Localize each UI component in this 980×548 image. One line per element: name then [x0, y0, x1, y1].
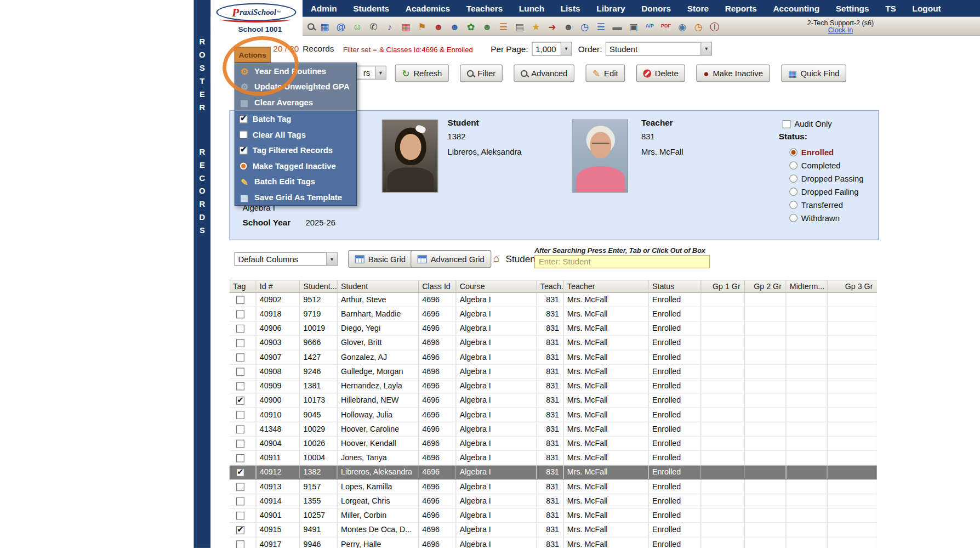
table-row[interactable]: 41348 10029 Hoover, Caroline 4696 Algebr… — [229, 422, 876, 436]
column-header-student[interactable]: Student... — [299, 280, 337, 292]
tag-checkbox[interactable] — [236, 368, 244, 376]
column-header-id[interactable]: Id # — [255, 280, 299, 292]
actions-button[interactable]: Actions — [235, 47, 271, 63]
nav-item-academics[interactable]: Academics — [397, 4, 458, 13]
table-row[interactable]: 40900 10173 Hillebrand, NEW 4696 Algebra… — [229, 393, 876, 408]
clock-orange-icon[interactable]: ◷ — [692, 20, 704, 32]
table-row[interactable]: 40915 9491 Montes De Oca, D... 4696 Alge… — [229, 523, 876, 537]
status-option-completed[interactable]: Completed — [789, 159, 863, 172]
plant-icon[interactable]: ✿ — [465, 20, 477, 32]
tag-checkbox[interactable] — [236, 454, 244, 462]
tag-checkbox[interactable] — [236, 310, 244, 319]
tag-checkbox[interactable] — [236, 325, 244, 333]
nav-item-reports[interactable]: Reports — [717, 4, 765, 13]
column-header-gp-2-gr[interactable]: Gp 2 Gr — [744, 280, 785, 292]
basic-grid-button[interactable]: Basic Grid — [348, 250, 412, 268]
column-header-gp-1-gr[interactable]: Gp 1 Gr — [700, 280, 744, 292]
column-header-status[interactable]: Status — [648, 280, 700, 292]
filter-button[interactable]: Filter — [460, 64, 502, 82]
status-option-enrolled[interactable]: Enrolled — [789, 146, 863, 159]
make-inactive-button[interactable]: ●Make Inactive — [697, 64, 770, 82]
table-row[interactable]: 40907 1427 Gonzalez, AJ 4696 Algebra I 8… — [229, 350, 876, 364]
advanced-grid-button[interactable]: Advanced Grid — [411, 250, 491, 268]
table-row[interactable]: 40904 10026 Hoover, Kendall 4696 Algebra… — [229, 436, 876, 450]
tag-checkbox[interactable] — [236, 440, 244, 448]
tag-checkbox[interactable] — [236, 426, 244, 434]
menu-item-batch-edit-tags[interactable]: ✎ Batch Edit Tags — [235, 174, 356, 190]
nav-item-teachers[interactable]: Teachers — [458, 4, 511, 13]
tag-checkbox[interactable] — [236, 498, 244, 506]
clock-in-link[interactable]: Clock In — [828, 26, 853, 34]
nav-item-accounting[interactable]: Accounting — [765, 4, 828, 13]
email-icon[interactable]: @ — [335, 20, 347, 32]
columns-select[interactable]: Default Columns▾ — [235, 252, 338, 266]
nav-item-students[interactable]: Students — [345, 4, 397, 13]
menu-item-batch-tag[interactable]: Batch Tag — [235, 111, 356, 127]
nav-item-lunch[interactable]: Lunch — [511, 4, 552, 13]
table-row[interactable]: 40906 10019 Diego, Yegi 4696 Algebra I 8… — [229, 321, 876, 336]
menu-item-save-grid-as-template[interactable]: ▦ Save Grid As Template — [235, 190, 356, 206]
mobile-phone-icon[interactable]: ✆ — [367, 20, 379, 32]
table-row[interactable]: 40911 10004 Jones, Tanya 4696 Algebra I … — [229, 451, 876, 465]
tag-checkbox[interactable] — [236, 296, 244, 304]
menu-item-clear-averages[interactable]: ▦ Clear Averages — [235, 94, 356, 110]
status-option-transferred[interactable]: Transferred — [789, 198, 863, 211]
tag-checkbox[interactable] — [236, 339, 244, 347]
globe-icon[interactable]: ◉ — [676, 20, 688, 32]
status-option-dropped-passing[interactable]: Dropped Passing — [789, 172, 863, 185]
table-row[interactable]: 40914 1355 Lorgeat, Chris 4696 Algebra I… — [229, 494, 876, 508]
radio-icon[interactable] — [789, 174, 797, 183]
tag-checkbox[interactable] — [236, 526, 244, 534]
menu-item-update-unweighted-gpa[interactable]: ⚙ Update Unweighted GPA — [235, 79, 356, 95]
edit-button[interactable]: ✎Edit — [585, 64, 625, 82]
table-row[interactable]: 40901 10257 Miller, Corbin 4696 Algebra … — [229, 508, 876, 522]
nav-item-lists[interactable]: Lists — [552, 4, 589, 13]
tag-checkbox[interactable] — [236, 353, 244, 361]
radio-icon[interactable] — [789, 214, 797, 222]
announcement-icon[interactable]: ⚑ — [416, 20, 428, 32]
status-option-dropped-failing[interactable]: Dropped Failing — [789, 185, 863, 199]
column-header-teach[interactable]: Teach... — [536, 280, 563, 292]
radio-icon[interactable] — [789, 201, 797, 209]
printer-icon[interactable]: ▣ — [628, 20, 640, 32]
award-icon[interactable]: ★ — [530, 20, 542, 32]
per-page-select[interactable]: 1,000▾ — [532, 42, 572, 55]
exit-icon[interactable]: ➜ — [546, 20, 559, 32]
nav-item-ts[interactable]: TS — [877, 4, 904, 13]
nav-item-donors[interactable]: Donors — [633, 4, 679, 13]
tag-checkbox[interactable] — [236, 468, 244, 477]
audit-only-checkbox[interactable] — [783, 120, 791, 128]
info-icon[interactable]: ⓘ — [709, 20, 721, 32]
accounts-payable-icon[interactable]: A/P — [644, 20, 656, 32]
table-row[interactable]: 40910 9045 Holloway, Julia 4696 Algebra … — [229, 408, 876, 422]
table-row[interactable]: 40918 9719 Barnhart, Maddie 4696 Algebra… — [229, 307, 876, 321]
advanced-button[interactable]: Advanced — [514, 64, 574, 82]
column-header-midterm[interactable]: Midterm... — [785, 280, 827, 292]
audio-icon[interactable]: ♪ — [384, 20, 396, 32]
column-header-tag[interactable]: Tag — [229, 280, 255, 292]
tag-checkbox[interactable] — [236, 411, 244, 419]
radio-icon[interactable] — [789, 148, 797, 156]
quick-find-button[interactable]: ▦Quick Find — [781, 64, 846, 82]
menu-item-year-end-routines[interactable]: ⚙ Year End Routines — [235, 63, 356, 79]
notepad-icon[interactable]: ▤ — [514, 20, 526, 32]
card-icon[interactable]: ▬ — [611, 20, 623, 32]
radio-icon[interactable] — [789, 161, 797, 170]
tag-checkbox[interactable] — [236, 540, 244, 548]
tag-checkbox[interactable] — [236, 397, 244, 405]
table-row[interactable]: 40913 9157 Lopes, Kamilla 4696 Algebra I… — [229, 479, 876, 494]
column-header-gp-3-gr[interactable]: Gp 3 Gr — [827, 280, 877, 292]
tag-checkbox[interactable] — [236, 483, 244, 491]
table-row[interactable]: 40912 1382 Libreros, Aleksandra 4696 Alg… — [229, 465, 876, 479]
group-icon[interactable]: ☻ — [562, 20, 574, 32]
refresh-button[interactable]: ↻Refresh — [395, 64, 449, 82]
nav-item-logout[interactable]: Logout — [904, 4, 949, 13]
clock-blue-icon[interactable]: ◷ — [579, 20, 591, 32]
lunch-icon[interactable]: ☰ — [498, 20, 510, 32]
table-row[interactable]: 40903 9666 Glover, Britt 4696 Algebra I … — [229, 336, 876, 350]
table-row[interactable]: 40908 9246 Gulledge, Morgan 4696 Algebra… — [229, 364, 876, 378]
spreadsheet-icon[interactable]: ▦ — [319, 20, 331, 32]
nav-item-store[interactable]: Store — [679, 4, 717, 13]
table-row[interactable]: 40917 9946 Perry, Halle 4696 Algebra I 8… — [229, 537, 876, 548]
table-row[interactable]: 40909 1381 Hernandez, Layla 4696 Algebra… — [229, 378, 876, 393]
